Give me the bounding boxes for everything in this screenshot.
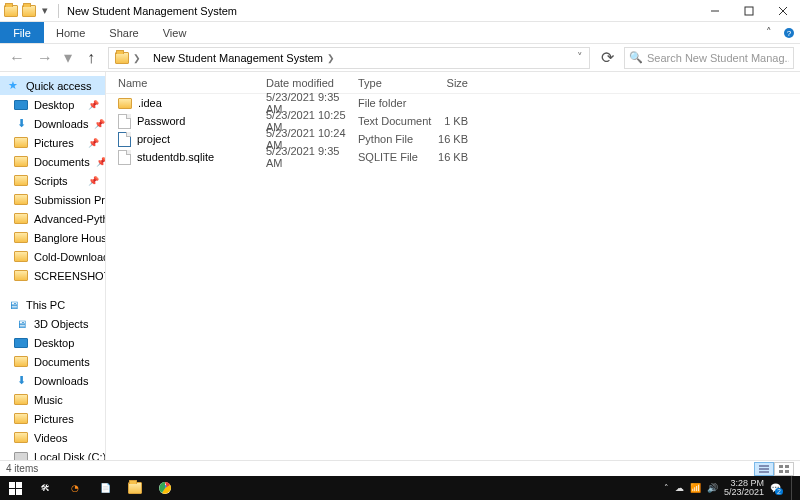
pc-icon: 🖥	[6, 298, 20, 312]
nav-item[interactable]: ⬇ Downloads	[0, 371, 105, 390]
nav-forward[interactable]: →	[34, 47, 56, 69]
ribbon-collapse[interactable]: ˄	[760, 22, 778, 43]
nav-label: Documents	[34, 356, 90, 368]
divider	[58, 4, 59, 18]
nav-item[interactable]: Videos	[0, 428, 105, 447]
col-size[interactable]: Size	[432, 77, 474, 89]
file-icon	[118, 132, 131, 147]
pin-icon: 📌	[88, 176, 99, 186]
breadcrumb[interactable]: ❯ New Student Management System❯ ˅	[108, 47, 590, 69]
nav-label: Pictures	[34, 137, 74, 149]
this-pc-root[interactable]: 🖥 This PC	[0, 295, 105, 314]
folder-icon	[118, 98, 132, 109]
quick-access-root[interactable]: ★ Quick access	[0, 76, 105, 95]
file-row[interactable]: .idea 5/23/2021 9:35 AM File folder	[106, 94, 800, 112]
taskbar-app[interactable]: ◔	[60, 476, 90, 500]
taskbar-app[interactable]: 📄	[90, 476, 120, 500]
nav-label: 3D Objects	[34, 318, 88, 330]
nav-item[interactable]: Advanced-Python-I	[0, 209, 105, 228]
nav-item[interactable]: Documents 📌	[0, 152, 105, 171]
svg-rect-12	[785, 470, 789, 473]
svg-rect-10	[785, 465, 789, 468]
file-type: Python File	[358, 133, 432, 145]
nav-item[interactable]: Pictures	[0, 409, 105, 428]
system-tray: ˄ ☁ 📶 🔊 3:28 PM 5/23/2021 💬2	[664, 476, 800, 500]
nav-item[interactable]: Desktop	[0, 333, 105, 352]
folder-icon	[4, 5, 18, 17]
navigation-pane: ★ Quick access Desktop 📌 ⬇ Downloads 📌 P…	[0, 72, 106, 460]
nav-item[interactable]: ⬇ Downloads 📌	[0, 114, 105, 133]
qat-dropdown[interactable]: ▾	[40, 4, 50, 18]
nav-item[interactable]: Desktop 📌	[0, 95, 105, 114]
nav-up[interactable]: ↑	[80, 47, 102, 69]
nav-item[interactable]: Pictures 📌	[0, 133, 105, 152]
nav-label: Music	[34, 394, 63, 406]
file-name: .idea	[138, 97, 162, 109]
taskbar-file-explorer[interactable]	[120, 476, 150, 500]
file-name: studentdb.sqlite	[137, 151, 214, 163]
nav-item[interactable]: Cold-Downloader	[0, 247, 105, 266]
svg-rect-11	[779, 470, 783, 473]
tray-chevron-icon[interactable]: ˄	[664, 483, 669, 493]
file-type: Text Document	[358, 115, 432, 127]
show-desktop-button[interactable]	[791, 476, 796, 500]
breadcrumb-history-dropdown[interactable]: ˅	[573, 47, 587, 69]
minimize-button[interactable]	[698, 0, 732, 22]
tab-view[interactable]: View	[151, 22, 199, 43]
search-box[interactable]: 🔍	[624, 47, 794, 69]
titlebar: ▾ New Student Management System	[0, 0, 800, 22]
nav-item[interactable]: Music	[0, 390, 105, 409]
svg-rect-13	[9, 482, 15, 488]
tray-wifi-icon[interactable]: 📶	[690, 483, 701, 493]
file-type: File folder	[358, 97, 432, 109]
maximize-button[interactable]	[732, 0, 766, 22]
nav-item[interactable]: Submission Proje 📌	[0, 190, 105, 209]
clock-date: 5/23/2021	[724, 488, 764, 497]
nav-item[interactable]: Scripts 📌	[0, 171, 105, 190]
notif-badge: 2	[775, 488, 783, 495]
file-row[interactable]: project 5/23/2021 10:24 AM Python File 1…	[106, 130, 800, 148]
details-view-button[interactable]	[754, 462, 774, 476]
nav-item[interactable]: Local Disk (C:)	[0, 447, 105, 460]
file-tab[interactable]: File	[0, 22, 44, 43]
nav-back[interactable]: ←	[6, 47, 28, 69]
nav-item[interactable]: SCREENSHOTS	[0, 266, 105, 285]
nav-item[interactable]: Banglore House-Pri	[0, 228, 105, 247]
search-input[interactable]	[647, 52, 789, 64]
pin-icon: 📌	[88, 138, 99, 148]
nav-item[interactable]: Documents	[0, 352, 105, 371]
col-name[interactable]: Name	[106, 77, 266, 89]
taskbar-app[interactable]: 🛠	[30, 476, 60, 500]
nav-label: Downloads	[34, 118, 88, 130]
status-bar: 4 items	[0, 460, 800, 476]
nav-label: Scripts	[34, 175, 68, 187]
taskbar-clock[interactable]: 3:28 PM 5/23/2021	[724, 479, 764, 498]
tab-home[interactable]: Home	[44, 22, 97, 43]
nav-item[interactable]: 🖥 3D Objects	[0, 314, 105, 333]
col-date[interactable]: Date modified	[266, 77, 358, 89]
folder-overlay-icon	[22, 5, 36, 17]
notifications-button[interactable]: 💬2	[770, 483, 781, 493]
taskbar-chrome[interactable]	[150, 476, 180, 500]
nav-label: SCREENSHOTS	[34, 270, 105, 282]
start-button[interactable]	[0, 476, 30, 500]
refresh-button[interactable]: ⟳	[596, 48, 618, 67]
nav-label: Quick access	[26, 80, 91, 92]
nav-label: Advanced-Python-I	[34, 213, 105, 225]
thumbnails-view-button[interactable]	[774, 462, 794, 476]
svg-rect-1	[745, 7, 753, 15]
col-type[interactable]: Type	[358, 77, 432, 89]
folder-icon	[115, 52, 129, 64]
nav-recent-dropdown[interactable]: ▾	[62, 47, 74, 69]
file-row[interactable]: Password 5/23/2021 10:25 AM Text Documen…	[106, 112, 800, 130]
close-button[interactable]	[766, 0, 800, 22]
chevron-right-icon: ❯	[327, 53, 335, 63]
taskbar: 🛠 ◔ 📄 ˄ ☁ 📶 🔊 3:28 PM 5/23/2021 💬2	[0, 476, 800, 500]
tray-volume-icon[interactable]: 🔊	[707, 483, 718, 493]
window-title: New Student Management System	[63, 5, 698, 17]
help-button[interactable]: ?	[778, 22, 800, 43]
breadcrumb-segment[interactable]: New Student Management System	[153, 52, 323, 64]
file-row[interactable]: studentdb.sqlite 5/23/2021 9:35 AM SQLIT…	[106, 148, 800, 166]
tab-share[interactable]: Share	[97, 22, 150, 43]
tray-onedrive-icon[interactable]: ☁	[675, 483, 684, 493]
